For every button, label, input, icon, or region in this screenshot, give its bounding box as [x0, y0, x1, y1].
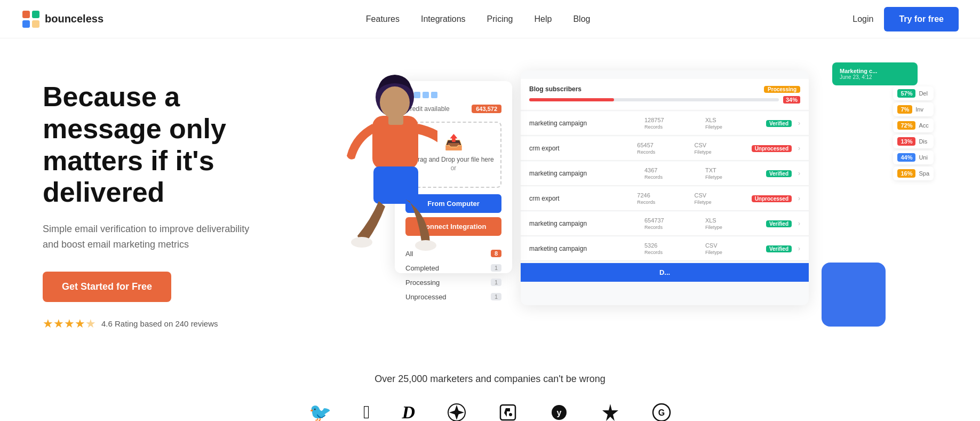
- blog-subscribers-row[interactable]: Blog subscribers Processing 34%: [521, 79, 809, 110]
- pct-column: 57% Del 7% Inv 72% Acc 13% Dis 44% Uni: [893, 86, 934, 180]
- svg-text:y: y: [557, 408, 562, 417]
- filter-all-badge: 8: [491, 250, 501, 257]
- brand-disney-icon: D: [402, 402, 415, 421]
- pct-13-label: Dis: [919, 138, 927, 145]
- pct-72-label: Acc: [919, 122, 928, 129]
- chevron-icon: ›: [798, 145, 800, 152]
- pct-badge: 34%: [783, 96, 800, 104]
- svg-marker-16: [602, 404, 618, 421]
- nav-features[interactable]: Features: [366, 14, 400, 24]
- star-rating: ★★★★★: [43, 317, 96, 331]
- pct-13: 13%: [897, 137, 915, 146]
- processing-tag: Processing: [764, 86, 800, 93]
- brand-apple-icon: : [363, 402, 370, 421]
- list-panel: Blog subscribers Processing 34% marketin…: [521, 70, 809, 305]
- svg-rect-1: [32, 11, 39, 18]
- brand-grammarly-icon: G: [652, 403, 671, 421]
- list-item[interactable]: marketing campaign 5326Records CSVFilety…: [521, 237, 809, 261]
- item-filetype: TXTFiletype: [705, 167, 760, 180]
- social-proof-text: Over 25,000 marketers and companies can'…: [21, 374, 959, 385]
- navbar: bounceless Features Integrations Pricing…: [0, 0, 980, 38]
- filter-processing-badge: 1: [491, 279, 501, 286]
- logo-text: bounceless: [45, 13, 103, 25]
- chevron-icon: ›: [798, 220, 800, 227]
- item-filetype: CSVFiletype: [694, 192, 745, 205]
- svg-rect-0: [22, 11, 30, 18]
- campaign-title: Marketing c...: [840, 68, 910, 74]
- item-name: marketing campaign: [529, 170, 638, 177]
- hero-subtitle: Simple email verification to improve del…: [43, 221, 267, 252]
- item-records: 128757Records: [644, 117, 699, 130]
- blog-sub-label: Blog subscribers: [529, 85, 581, 93]
- blue-accent-decoration: [822, 263, 886, 327]
- nav-help[interactable]: Help: [535, 14, 552, 24]
- campaign-date: June 23, 4:12: [840, 74, 910, 80]
- filter-unprocessed[interactable]: Unprocessed 1: [405, 290, 501, 304]
- bar-row: 34%: [529, 96, 800, 104]
- item-name: crm export: [529, 145, 631, 152]
- list-item[interactable]: marketing campaign 654737Records XLSFile…: [521, 212, 809, 236]
- rating-text: 4.6 Rating based on 240 reviews: [101, 319, 218, 328]
- list-item[interactable]: marketing campaign 4367Records TXTFilety…: [521, 162, 809, 186]
- unprocessed-tag: Unprocessed: [752, 145, 792, 152]
- nav-pricing[interactable]: Pricing: [487, 14, 513, 24]
- pct-16: 16%: [897, 169, 915, 178]
- hero-left: Because a message only matters if it's d…: [43, 70, 299, 331]
- chevron-icon: ›: [798, 195, 800, 202]
- svg-point-13: [509, 413, 512, 416]
- rating-row: ★★★★★ 4.6 Rating based on 240 reviews: [43, 317, 299, 331]
- brand-yelp-icon: y: [549, 403, 569, 421]
- item-records: 4367Records: [644, 167, 699, 180]
- view-all-button[interactable]: D...: [521, 263, 809, 282]
- nav-links: Features Integrations Pricing Help Blog: [366, 14, 591, 24]
- filter-processing-label: Processing: [405, 279, 440, 287]
- get-started-button[interactable]: Get Started for Free: [43, 272, 171, 302]
- pct-16-label: Spa: [919, 170, 929, 177]
- verified-tag: Verified: [766, 245, 792, 252]
- list-item[interactable]: marketing campaign 128757Records XLSFile…: [521, 112, 809, 136]
- brand-yamaha-icon: [447, 403, 466, 421]
- verified-tag: Verified: [766, 120, 792, 127]
- item-filetype: CSVFiletype: [694, 142, 745, 155]
- unprocessed-tag: Unprocessed: [752, 195, 792, 202]
- svg-text:G: G: [658, 408, 665, 417]
- svg-rect-12: [500, 405, 515, 420]
- social-proof-section: Over 25,000 marketers and companies can'…: [0, 352, 980, 421]
- svg-point-7: [380, 86, 410, 118]
- item-name: marketing campaign: [529, 245, 638, 252]
- item-name: crm export: [529, 195, 631, 202]
- chevron-icon: ›: [798, 120, 800, 127]
- logo[interactable]: bounceless: [21, 10, 103, 29]
- login-link[interactable]: Login: [852, 14, 873, 24]
- verified-tag: Verified: [766, 170, 792, 177]
- list-item[interactable]: crm export 7246Records CSVFiletype Unpro…: [521, 187, 809, 211]
- pct-44: 44%: [897, 153, 915, 162]
- brand-fancy-icon: [601, 403, 620, 421]
- item-records: 65457Records: [637, 142, 688, 155]
- brand-deliveroo-icon: 🐦: [309, 402, 331, 421]
- person-illustration: [320, 54, 437, 279]
- campaign-card: Marketing c... June 23, 4:12: [832, 62, 918, 85]
- svg-rect-2: [22, 20, 30, 28]
- brand-foursquare-icon: [498, 403, 517, 421]
- item-filetype: XLSFiletype: [705, 217, 760, 230]
- nav-integrations[interactable]: Integrations: [421, 14, 466, 24]
- try-free-button[interactable]: Try for free: [884, 7, 959, 31]
- item-name: marketing campaign: [529, 220, 638, 227]
- svg-rect-8: [373, 166, 418, 204]
- item-filetype: XLSFiletype: [705, 117, 760, 130]
- pct-57: 57%: [897, 89, 915, 98]
- list-item[interactable]: crm export 65457Records CSVFiletype Unpr…: [521, 137, 809, 161]
- pct-7: 7%: [897, 105, 912, 114]
- nav-blog[interactable]: Blog: [573, 14, 590, 24]
- filter-completed-badge: 1: [491, 264, 501, 272]
- item-records: 7246Records: [637, 192, 688, 205]
- pct-72: 72%: [897, 121, 915, 130]
- hero-section: Because a message only matters if it's d…: [0, 38, 980, 352]
- svg-point-10: [415, 240, 436, 251]
- pct-44-label: Uni: [919, 154, 928, 161]
- brand-logos: 🐦  D y G: [21, 402, 959, 421]
- pct-57-label: Del: [919, 90, 928, 97]
- svg-point-9: [351, 237, 372, 248]
- filter-unprocessed-badge: 1: [491, 293, 501, 300]
